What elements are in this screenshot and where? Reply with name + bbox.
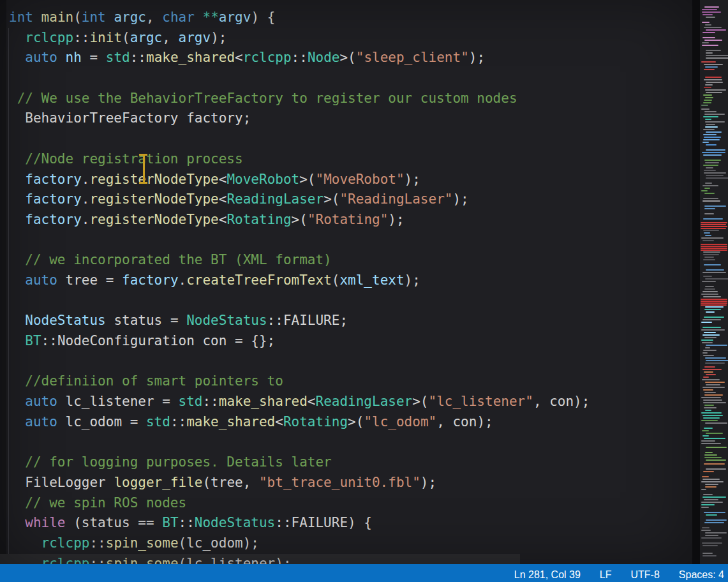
minimap-line	[701, 108, 709, 110]
code-line[interactable]	[9, 129, 692, 149]
minimap-line	[704, 69, 715, 70]
code-line[interactable]	[9, 291, 692, 311]
minimap-line	[706, 57, 728, 59]
minimap-line	[704, 137, 721, 138]
minimap-line	[704, 172, 726, 174]
minimap[interactable]	[700, 0, 728, 564]
minimap-line	[706, 167, 713, 168]
minimap-line	[704, 428, 713, 429]
minimap-line	[705, 452, 713, 453]
code-line[interactable]: auto lc_listener = std::make_shared<Read…	[9, 392, 692, 412]
minimap-line	[701, 412, 722, 414]
minimap-line	[702, 327, 721, 328]
code-line[interactable]: rclcpp::init(argc, argv);	[9, 28, 692, 48]
code-line[interactable]: factory.registerNodeType<Rotating>("Rota…	[9, 210, 692, 230]
code-line[interactable]: FileLogger logger_file(tree, "bt_trace_u…	[9, 473, 692, 493]
minimap-line	[704, 371, 713, 373]
minimap-line	[704, 337, 717, 338]
code-line[interactable]: while (status == BT::NodeStatus::FAILURE…	[9, 513, 692, 534]
status-bar: Ln 281, Col 39 LF UTF-8 Spaces: 4	[0, 564, 728, 582]
minimap-line	[701, 250, 727, 251]
code-line[interactable]: rclcpp::spin_some(lc_odom);	[9, 534, 692, 554]
code-line[interactable]: //definiion of smart pointers to	[9, 371, 692, 392]
minimap-line	[702, 45, 718, 46]
minimap-line	[701, 489, 706, 490]
minimap-line	[703, 355, 714, 356]
minimap-line	[704, 257, 714, 258]
cursor-stem	[143, 155, 145, 183]
code-line[interactable]: // we incorporated the BT (XML format)	[9, 250, 692, 271]
minimap-line	[701, 226, 727, 227]
minimap-line	[704, 457, 722, 458]
minimap-line	[702, 430, 709, 431]
code-line[interactable]: int main(int argc, char **argv) {	[9, 8, 692, 28]
status-cursor-position[interactable]: Ln 281, Col 39	[514, 569, 581, 581]
minimap-line	[706, 131, 722, 133]
code-line[interactable]: factory.registerNodeType<MoveRobot>("Mov…	[9, 170, 692, 190]
minimap-line	[705, 484, 718, 485]
minimap-line	[701, 530, 711, 531]
minimap-line	[702, 11, 721, 13]
minimap-line	[703, 296, 721, 297]
minimap-line	[706, 50, 721, 51]
minimap-line	[702, 152, 725, 153]
minimap-line	[702, 281, 716, 282]
code-line[interactable]: BehaviorTreeFactory factory;	[9, 108, 692, 129]
minimap-line	[705, 347, 710, 348]
code-line[interactable]: auto nh = std::make_shared<rclcpp::Node>…	[9, 48, 692, 68]
minimap-line	[702, 240, 714, 241]
minimap-line	[705, 286, 714, 287]
minimap-line	[706, 311, 715, 313]
minimap-line	[706, 175, 724, 176]
minimap-line	[701, 299, 727, 300]
minimap-line	[704, 309, 721, 310]
minimap-line	[704, 499, 718, 500]
minimap-line	[702, 369, 722, 370]
code-line[interactable]: auto tree = factory.createTreeFromText(x…	[9, 271, 692, 291]
minimap-line	[702, 42, 709, 43]
status-eol-sequence[interactable]: LF	[600, 569, 612, 581]
code-line[interactable]: NodeStatus status = NodeStatus::FAILURE;	[9, 311, 692, 331]
code-line[interactable]: // We use the BehaviorTreeFactory to reg…	[9, 89, 692, 109]
minimap-line	[705, 97, 713, 98]
code-line[interactable]	[9, 230, 692, 251]
minimap-line	[705, 486, 717, 488]
minimap-line	[704, 405, 714, 406]
minimap-line	[703, 230, 719, 231]
minimap-line	[706, 433, 723, 434]
minimap-line	[702, 9, 717, 10]
code-line[interactable]: BT::NodeConfiguration con = {};	[9, 331, 692, 352]
minimap-line	[705, 77, 722, 78]
status-encoding[interactable]: UTF-8	[631, 569, 660, 581]
code-line[interactable]: // for logging purposes. Details later	[9, 452, 692, 473]
minimap-line	[706, 514, 717, 516]
minimap-line	[701, 61, 716, 63]
minimap-line	[706, 519, 727, 521]
code-line[interactable]	[9, 352, 692, 372]
minimap-line	[702, 200, 720, 202]
minimap-line	[703, 389, 713, 391]
code-line[interactable]: auto lc_odom = std::make_shared<Rotating…	[9, 412, 692, 433]
minimap-line	[702, 387, 725, 388]
minimap-line	[705, 119, 711, 120]
minimap-line	[703, 471, 714, 472]
code-line[interactable]: //Node registration process	[9, 149, 692, 170]
status-indentation[interactable]: Spaces: 4	[679, 569, 724, 581]
minimap-line	[703, 417, 720, 419]
minimap-line	[704, 512, 725, 513]
minimap-line	[701, 294, 718, 295]
code-line[interactable]: rclcpp::spin_some(lc_listener);	[9, 554, 692, 564]
code-line[interactable]	[9, 432, 692, 452]
minimap-line	[704, 193, 715, 194]
code-area[interactable]: int main(int argc, char **argv) { rclcpp…	[9, 8, 692, 564]
code-line[interactable]	[9, 68, 692, 89]
code-line[interactable]: factory.registerNodeType<ReadingLaser>("…	[9, 190, 692, 210]
minimap-line	[702, 496, 726, 498]
minimap-line	[704, 317, 724, 318]
minimap-line	[705, 362, 725, 364]
minimap-line	[704, 463, 725, 465]
minimap-line	[702, 352, 708, 354]
code-line[interactable]: // we spin ROS nodes	[9, 493, 692, 514]
minimap-line	[704, 114, 725, 115]
minimap-line	[705, 66, 718, 68]
